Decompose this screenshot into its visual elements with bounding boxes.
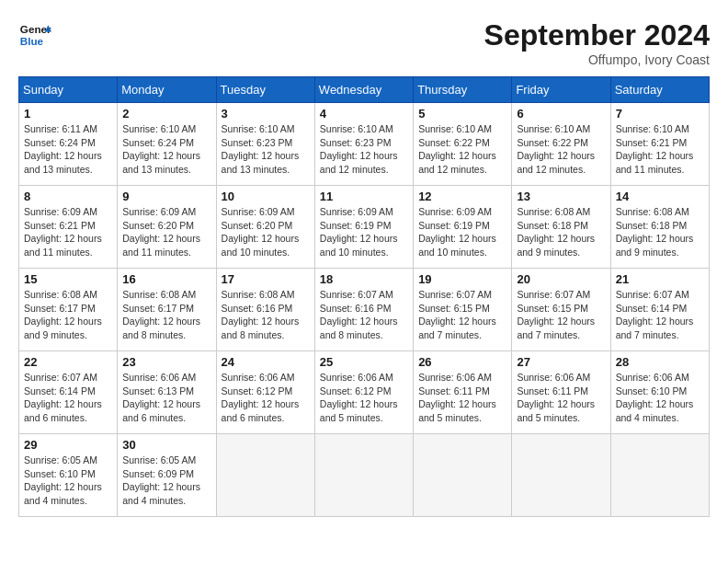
day-info: Sunrise: 6:07 AM Sunset: 6:14 PM Dayligh… [616,288,704,342]
day-cell-1: 1 Sunrise: 6:11 AM Sunset: 6:24 PM Dayli… [19,103,118,186]
day-info: Sunrise: 6:06 AM Sunset: 6:11 PM Dayligh… [418,371,506,425]
week-row-2: 8 Sunrise: 6:09 AM Sunset: 6:21 PM Dayli… [19,186,710,269]
day-cell-30: 30 Sunrise: 6:05 AM Sunset: 6:09 PM Dayl… [118,434,216,517]
col-saturday: Saturday [610,77,709,103]
day-cell-20: 20 Sunrise: 6:07 AM Sunset: 6:15 PM Dayl… [512,269,610,351]
day-number: 14 [616,190,704,203]
day-number: 12 [418,190,506,203]
col-monday: Monday [118,77,216,103]
logo-icon: General Blue [18,18,51,52]
day-info: Sunrise: 6:05 AM Sunset: 6:10 PM Dayligh… [24,454,112,508]
day-info: Sunrise: 6:05 AM Sunset: 6:09 PM Dayligh… [122,454,210,508]
day-cell-3: 3 Sunrise: 6:10 AM Sunset: 6:23 PM Dayli… [216,103,314,186]
title-area: September 2024 Offumpo, Ivory Coast [484,18,710,67]
day-number: 4 [320,107,408,121]
day-info: Sunrise: 6:08 AM Sunset: 6:17 PM Dayligh… [122,288,210,342]
day-cell-5: 5 Sunrise: 6:10 AM Sunset: 6:22 PM Dayli… [414,103,512,186]
location: Offumpo, Ivory Coast [484,52,710,67]
day-cell-10: 10 Sunrise: 6:09 AM Sunset: 6:20 PM Dayl… [216,186,314,269]
day-number: 30 [122,438,210,452]
day-number: 24 [222,355,310,369]
day-info: Sunrise: 6:08 AM Sunset: 6:18 PM Dayligh… [616,205,704,259]
day-cell-7: 7 Sunrise: 6:10 AM Sunset: 6:21 PM Dayli… [610,103,709,186]
day-info: Sunrise: 6:07 AM Sunset: 6:14 PM Dayligh… [24,371,112,425]
day-number: 1 [24,107,112,121]
day-info: Sunrise: 6:09 AM Sunset: 6:21 PM Dayligh… [24,205,112,259]
col-friday: Friday [512,77,610,103]
day-number: 3 [222,107,310,121]
day-number: 6 [517,107,605,121]
day-cell-21: 21 Sunrise: 6:07 AM Sunset: 6:14 PM Dayl… [610,269,709,351]
day-number: 8 [24,190,112,203]
day-cell-23: 23 Sunrise: 6:06 AM Sunset: 6:13 PM Dayl… [118,351,216,434]
day-number: 22 [24,355,112,369]
day-number: 19 [418,272,506,286]
day-number: 21 [616,272,704,286]
day-cell-4: 4 Sunrise: 6:10 AM Sunset: 6:23 PM Dayli… [314,103,413,186]
day-cell-24: 24 Sunrise: 6:06 AM Sunset: 6:12 PM Dayl… [216,351,314,434]
day-number: 15 [24,272,112,286]
day-number: 2 [122,107,210,121]
day-cell-22: 22 Sunrise: 6:07 AM Sunset: 6:14 PM Dayl… [19,351,118,434]
day-info: Sunrise: 6:08 AM Sunset: 6:18 PM Dayligh… [517,205,605,259]
day-number: 13 [517,190,605,203]
day-info: Sunrise: 6:08 AM Sunset: 6:17 PM Dayligh… [24,288,112,342]
day-info: Sunrise: 6:11 AM Sunset: 6:24 PM Dayligh… [24,122,112,177]
day-info: Sunrise: 6:10 AM Sunset: 6:21 PM Dayligh… [616,122,704,177]
day-info: Sunrise: 6:10 AM Sunset: 6:24 PM Dayligh… [122,122,210,177]
day-number: 17 [222,272,310,286]
week-row-4: 22 Sunrise: 6:07 AM Sunset: 6:14 PM Dayl… [19,351,710,434]
day-number: 25 [320,355,408,369]
week-row-5: 29 Sunrise: 6:05 AM Sunset: 6:10 PM Dayl… [19,434,710,517]
month-title: September 2024 [484,18,710,52]
day-info: Sunrise: 6:09 AM Sunset: 6:19 PM Dayligh… [418,205,506,259]
day-number: 9 [122,190,210,203]
day-cell-17: 17 Sunrise: 6:08 AM Sunset: 6:16 PM Dayl… [216,269,314,351]
day-number: 7 [616,107,704,121]
day-number: 5 [418,107,506,121]
calendar-header-row: Sunday Monday Tuesday Wednesday Thursday… [19,77,710,103]
day-info: Sunrise: 6:10 AM Sunset: 6:23 PM Dayligh… [222,122,310,177]
day-number: 11 [320,190,408,203]
day-number: 26 [418,355,506,369]
day-info: Sunrise: 6:06 AM Sunset: 6:10 PM Dayligh… [616,371,704,425]
day-cell-9: 9 Sunrise: 6:09 AM Sunset: 6:20 PM Dayli… [118,186,216,269]
day-cell-14: 14 Sunrise: 6:08 AM Sunset: 6:18 PM Dayl… [610,186,709,269]
day-cell-28: 28 Sunrise: 6:06 AM Sunset: 6:10 PM Dayl… [610,351,709,434]
day-info: Sunrise: 6:06 AM Sunset: 6:13 PM Dayligh… [122,371,210,425]
day-cell-16: 16 Sunrise: 6:08 AM Sunset: 6:17 PM Dayl… [118,269,216,351]
empty-cell [512,434,610,517]
col-wednesday: Wednesday [314,77,413,103]
day-cell-26: 26 Sunrise: 6:06 AM Sunset: 6:11 PM Dayl… [414,351,512,434]
col-thursday: Thursday [414,77,512,103]
col-tuesday: Tuesday [216,77,314,103]
day-info: Sunrise: 6:06 AM Sunset: 6:11 PM Dayligh… [517,371,605,425]
logo: General Blue [18,18,51,52]
week-row-1: 1 Sunrise: 6:11 AM Sunset: 6:24 PM Dayli… [19,103,710,186]
day-cell-12: 12 Sunrise: 6:09 AM Sunset: 6:19 PM Dayl… [414,186,512,269]
day-info: Sunrise: 6:10 AM Sunset: 6:22 PM Dayligh… [418,122,506,177]
day-cell-13: 13 Sunrise: 6:08 AM Sunset: 6:18 PM Dayl… [512,186,610,269]
day-info: Sunrise: 6:06 AM Sunset: 6:12 PM Dayligh… [320,371,408,425]
svg-text:Blue: Blue [20,35,44,47]
day-cell-2: 2 Sunrise: 6:10 AM Sunset: 6:24 PM Dayli… [118,103,216,186]
week-row-3: 15 Sunrise: 6:08 AM Sunset: 6:17 PM Dayl… [19,269,710,351]
day-info: Sunrise: 6:07 AM Sunset: 6:15 PM Dayligh… [517,288,605,342]
day-info: Sunrise: 6:07 AM Sunset: 6:15 PM Dayligh… [418,288,506,342]
day-info: Sunrise: 6:06 AM Sunset: 6:12 PM Dayligh… [222,371,310,425]
day-cell-19: 19 Sunrise: 6:07 AM Sunset: 6:15 PM Dayl… [414,269,512,351]
empty-cell [414,434,512,517]
day-info: Sunrise: 6:09 AM Sunset: 6:19 PM Dayligh… [320,205,408,259]
day-number: 10 [222,190,310,203]
day-number: 23 [122,355,210,369]
day-info: Sunrise: 6:07 AM Sunset: 6:16 PM Dayligh… [320,288,408,342]
day-info: Sunrise: 6:09 AM Sunset: 6:20 PM Dayligh… [122,205,210,259]
empty-cell [216,434,314,517]
empty-cell [610,434,709,517]
day-number: 18 [320,272,408,286]
day-cell-18: 18 Sunrise: 6:07 AM Sunset: 6:16 PM Dayl… [314,269,413,351]
day-cell-6: 6 Sunrise: 6:10 AM Sunset: 6:22 PM Dayli… [512,103,610,186]
day-info: Sunrise: 6:08 AM Sunset: 6:16 PM Dayligh… [222,288,310,342]
day-cell-15: 15 Sunrise: 6:08 AM Sunset: 6:17 PM Dayl… [19,269,118,351]
calendar-table: Sunday Monday Tuesday Wednesday Thursday… [18,76,710,517]
